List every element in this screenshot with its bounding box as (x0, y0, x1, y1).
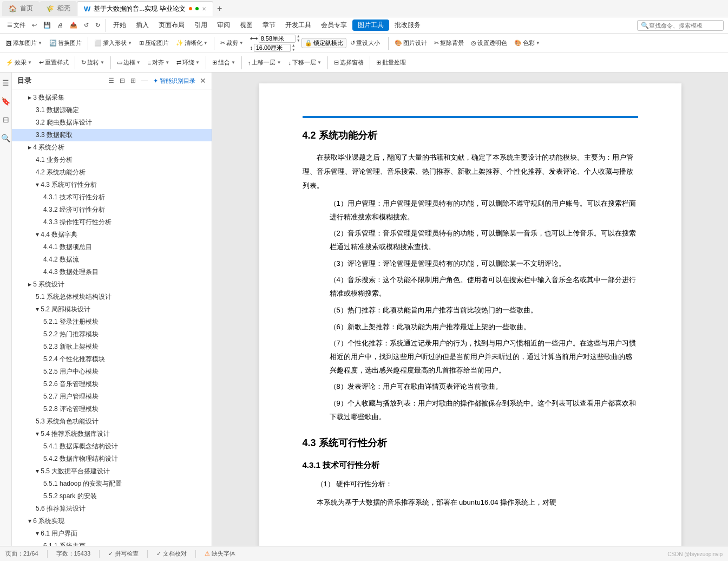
menu-member[interactable]: 会员专享 (317, 19, 351, 31)
toc-icon-btn3[interactable]: ⊞ (129, 76, 137, 86)
menu-ref[interactable]: 引用 (190, 19, 212, 31)
toc-item-42[interactable]: 4.2 系统功能分析 (12, 166, 212, 179)
move-up-btn[interactable]: ↑ 上移一层 ▼ (245, 57, 284, 68)
menu-insert[interactable]: 插入 (132, 19, 153, 31)
search-box[interactable]: 🔍 (637, 20, 724, 31)
sidebar-search-icon[interactable]: 🔍 (0, 132, 12, 144)
menu-save-btn[interactable]: 💾 (41, 21, 54, 30)
tab-add-button[interactable]: + (213, 2, 226, 15)
toc-item-433[interactable]: 4.3.3 操作性可行性分析 (12, 216, 212, 229)
toc-item-528[interactable]: 5.2.8 评论管理模块 (12, 403, 212, 415)
menu-chapter[interactable]: 章节 (258, 19, 280, 31)
menu-dev[interactable]: 开发工具 (281, 19, 316, 31)
toc-item-61[interactable]: ▾ 6.1 用户界面 (12, 527, 212, 540)
toc-icon-btn2[interactable]: ⊟ (119, 76, 126, 86)
toc-item-552[interactable]: 5.5.2 spark 的安装 (12, 490, 212, 503)
toc-item-521[interactable]: 5.2.1 登录注册模块 (12, 316, 212, 328)
add-image-btn[interactable]: 🖼 添加图片 ▼ (3, 38, 45, 48)
toc-item-33[interactable]: 3.3 数据爬取 (12, 129, 212, 141)
toc-icon-btn4[interactable]: — (140, 76, 149, 86)
insert-shape-btn[interactable]: ⬜ 插入形状 ▼ (91, 38, 135, 48)
toc-item-541[interactable]: 5.4.1 数据库概念结构设计 (12, 440, 212, 453)
remove-bg-btn[interactable]: ✂ 抠除背景 (431, 38, 467, 48)
toc-smart-btn[interactable]: ✦ 智能识别目录 (153, 77, 195, 85)
menu-batch[interactable]: 批改服务 (390, 19, 425, 31)
select-pane-btn[interactable]: ⊟ 选择窗格 (331, 57, 366, 68)
toc-item-43[interactable]: ▾ 4.3 系统可行性分析 (12, 179, 212, 191)
tab-wps[interactable]: 🌾 稻壳 (40, 1, 77, 16)
set-transparent-btn[interactable]: ◎ 设置透明色 (468, 38, 510, 48)
toc-item-431[interactable]: 4.3.1 技术可行性分析 (12, 191, 212, 204)
missing-font[interactable]: ⚠ 缺失字体 (205, 550, 235, 558)
toc-item-52[interactable]: ▾ 5.2 局部模块设计 (12, 303, 212, 316)
toc-item-441[interactable]: 4.4.1 数据项总目 (12, 241, 212, 253)
width-input[interactable] (259, 35, 296, 43)
effects-btn[interactable]: ⚡ 效果 ▼ (3, 57, 35, 68)
sidebar-bookmark-icon[interactable]: 🔖 (0, 95, 12, 107)
height-input[interactable] (254, 44, 291, 52)
toc-item-551[interactable]: 5.5.1 hadoop 的安装与配置 (12, 478, 212, 490)
doc-area[interactable]: 4.2 系统功能分析 在获取毕业课题之后，翻阅了大量的书籍和文献，确定了本系统主… (212, 73, 728, 546)
toc-item-611[interactable]: 6.1.1 系统主页 (12, 540, 212, 546)
tab-close-icon[interactable]: ✕ (202, 6, 206, 12)
toc-item-51[interactable]: 5.1 系统总体模块结构设计 (12, 291, 212, 303)
toc-item-5[interactable]: ▸ 5 系统设计 (12, 278, 212, 291)
sidebar-thumb-icon[interactable]: ⊟ (1, 114, 11, 126)
menu-layout[interactable]: 页面布局 (154, 19, 189, 31)
width-stepper[interactable]: ▲▼ (297, 34, 300, 43)
toc-item-522[interactable]: 5.2.2 热门推荐模块 (12, 328, 212, 341)
toc-item-4[interactable]: ▸ 4 系统分析 (12, 141, 212, 154)
batch-btn[interactable]: ⊞ 批量处理 (373, 57, 409, 68)
toc-item-55[interactable]: ▾ 5.5 大数据平台搭建设计 (12, 465, 212, 478)
clear-btn[interactable]: ✨ 清晰化 ▼ (173, 38, 211, 48)
pic-design-btn[interactable]: 🎨 图片设计 (392, 38, 430, 48)
lock-ratio-btn[interactable]: 🔒 锁定纵横比 (301, 38, 346, 48)
reset-size-btn[interactable]: ↺ 重设大小 (347, 38, 383, 48)
toc-item-443[interactable]: 4.4.3 数据处理条目 (12, 266, 212, 278)
sidebar-nav-icon[interactable]: ☰ (1, 77, 11, 89)
align-btn[interactable]: ≡ 对齐 ▼ (145, 57, 172, 68)
image-selection-bar[interactable] (303, 116, 638, 118)
toc-item-527[interactable]: 5.2.7 用户管理模块 (12, 390, 212, 403)
toc-item-54[interactable]: ▾ 5.4 推荐系统数据库设计 (12, 428, 212, 440)
toc-item-44[interactable]: ▾ 4.4 数据字典 (12, 229, 212, 241)
reset-style-btn[interactable]: ↩ 重置样式 (36, 57, 71, 68)
toc-item-442[interactable]: 4.4.2 数据流 (12, 253, 212, 266)
rotate-btn[interactable]: ↻ 旋转 ▼ (78, 57, 107, 68)
color-btn[interactable]: 🎨 色彩 ▼ (511, 38, 543, 48)
tab-doc[interactable]: W 基于大数据的音...实现 毕业论文 ✕ (77, 1, 213, 16)
height-stepper[interactable]: ▲▼ (292, 43, 296, 52)
toc-item-6[interactable]: ▾ 6 系统实现 (12, 515, 212, 527)
toc-item-56[interactable]: 5.6 推荐算法设计 (12, 503, 212, 515)
menu-view[interactable]: 视图 (235, 19, 257, 31)
toc-item-53[interactable]: 5.3 系统角色功能设计 (12, 415, 212, 428)
menu-hamburger[interactable]: ☰ 文件 (4, 20, 28, 30)
spell-check[interactable]: ✓ 拼写检查 (108, 550, 139, 558)
replace-image-btn[interactable]: 🔄 替换图片 (47, 38, 84, 48)
tab-home[interactable]: 🏠 首页 (2, 1, 40, 16)
toc-item-542[interactable]: 5.4.2 数据库物理结构设计 (12, 453, 212, 465)
search-input[interactable] (649, 22, 714, 29)
toc-item-31[interactable]: 3.1 数据源确定 (12, 104, 212, 116)
menu-start[interactable]: 开始 (109, 19, 130, 31)
compress-btn[interactable]: ⊞ 压缩图片 (136, 38, 172, 48)
menu-export-btn[interactable]: 📤 (67, 21, 80, 30)
toc-item-32[interactable]: 3.2 爬虫数据库设计 (12, 116, 212, 129)
toc-close-btn[interactable]: ✕ (200, 76, 206, 85)
menu-redo-btn[interactable]: ↻ (93, 21, 103, 30)
toc-item-526[interactable]: 5.2.6 音乐管理模块 (12, 378, 212, 390)
menu-print-btn[interactable]: 🖨 (55, 21, 66, 30)
wrap-btn[interactable]: ⇄ 环绕 ▼ (174, 57, 202, 68)
toc-item-525[interactable]: 5.2.5 用户中心模块 (12, 366, 212, 378)
combination-btn[interactable]: ⊞ 组合 ▼ (209, 57, 238, 68)
toc-icon-btn1[interactable]: ☰ (107, 76, 115, 86)
move-down-btn[interactable]: ↓ 下移一层 ▼ (285, 57, 324, 68)
toc-item-524[interactable]: 5.2.4 个性化推荐模块 (12, 353, 212, 366)
menu-undo2-btn[interactable]: ↺ (81, 21, 91, 30)
border-btn[interactable]: ▭ 边框 ▼ (114, 57, 143, 68)
toc-item-41[interactable]: 4.1 业务分析 (12, 154, 212, 166)
toc-item-432[interactable]: 4.3.2 经济可行性分析 (12, 204, 212, 216)
toc-item-523[interactable]: 5.2.3 新歌上架模块 (12, 341, 212, 353)
menu-undo-btn[interactable]: ↩ (29, 21, 40, 30)
menu-review[interactable]: 审阅 (213, 19, 234, 31)
